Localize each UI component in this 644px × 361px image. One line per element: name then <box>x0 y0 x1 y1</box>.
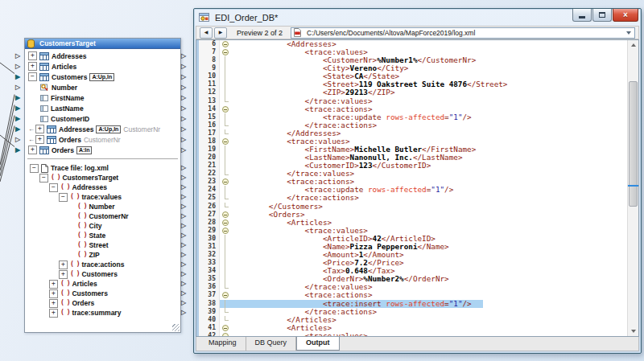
input-connector-icon[interactable]: ▷ <box>15 82 24 92</box>
tab-output[interactable]: Output <box>296 336 340 351</box>
tree-node[interactable]: ( )ZIP▷ <box>25 250 180 260</box>
input-connector-icon[interactable]: ▷ <box>15 61 24 72</box>
component-field-row[interactable]: ▶←+AddressesA:Up,InCustomerNr▷ <box>25 124 180 134</box>
tree-node[interactable]: ( )City▷ <box>25 221 180 231</box>
tree-node[interactable]: +( )Customers▷ <box>25 269 180 279</box>
output-connector-icon[interactable]: ▷ <box>181 104 189 113</box>
output-connector-icon[interactable]: ▷ <box>181 250 189 260</box>
fold-toggle[interactable] <box>220 178 233 186</box>
input-connector-filled-icon[interactable]: ▶ <box>15 92 24 103</box>
output-connector-icon[interactable]: ▷ <box>181 298 189 308</box>
input-connector-filled-icon[interactable]: ▶ <box>15 72 24 82</box>
expand-toggle[interactable]: + <box>49 289 58 298</box>
input-connector-filled-icon[interactable]: ▶ <box>15 103 24 113</box>
fold-toggle[interactable] <box>220 40 233 48</box>
expand-toggle[interactable]: + <box>28 51 37 60</box>
tree-node[interactable]: ( )Number▷ <box>25 202 180 211</box>
component-field-row[interactable]: ▶−CustomersA:Up,In▷ <box>25 72 180 82</box>
output-connector-icon[interactable]: ▷ <box>181 240 189 250</box>
expand-toggle[interactable]: + <box>28 62 37 71</box>
expand-toggle[interactable]: − <box>39 174 48 183</box>
output-connector-icon[interactable]: ▷ <box>181 146 189 155</box>
chevron-down-icon[interactable] <box>626 31 631 35</box>
input-connector-filled-icon[interactable]: ▶ <box>15 124 24 134</box>
tree-node[interactable]: +( )Customers▷ <box>25 289 180 298</box>
input-connector-filled-icon[interactable]: ▶ <box>15 145 24 155</box>
output-connector-icon[interactable]: ▷ <box>181 308 189 318</box>
resize-grip[interactable] <box>172 324 180 331</box>
expand-toggle[interactable]: + <box>49 309 58 318</box>
output-connector-icon[interactable]: ▷ <box>181 51 189 61</box>
mapping-component-customers-target[interactable]: CustomersTarget ▷+Addresses▷▷+Articles▷▶… <box>24 38 181 333</box>
component-field-row[interactable]: ▷Number▷ <box>25 82 180 92</box>
fold-toggle[interactable] <box>220 332 233 336</box>
output-connector-icon[interactable]: ▷ <box>181 192 189 202</box>
output-connector-icon[interactable]: ▷ <box>181 231 189 240</box>
input-connector-icon[interactable]: ▷ <box>15 51 24 61</box>
minimize-button[interactable] <box>572 9 592 22</box>
output-connector-icon[interactable]: ▷ <box>181 279 189 289</box>
expand-toggle[interactable]: − <box>59 193 68 202</box>
tree-node[interactable]: ( )CustomerNr▷ <box>25 211 180 221</box>
output-connector-icon[interactable]: ▷ <box>181 83 189 92</box>
expand-toggle[interactable]: + <box>49 280 58 289</box>
output-connector-icon[interactable]: ▷ <box>181 163 189 173</box>
output-connector-icon[interactable]: ▷ <box>181 289 189 298</box>
fold-toggle[interactable] <box>220 227 233 235</box>
output-connector-icon[interactable]: ▷ <box>181 135 189 145</box>
expand-toggle[interactable]: + <box>59 270 68 279</box>
next-preview-button[interactable]: ▶ <box>214 27 227 39</box>
component-field-row[interactable]: ▷←+OrdersCustomerNr▷ <box>25 134 180 145</box>
output-connector-icon[interactable]: ▷ <box>181 202 189 211</box>
input-connector-icon[interactable]: ▷ <box>15 134 24 145</box>
component-field-row[interactable]: ▷+Addresses▷ <box>25 51 180 61</box>
scroll-up-button[interactable] <box>628 40 638 50</box>
output-connector-icon[interactable]: ▷ <box>181 125 189 134</box>
component-field-row[interactable]: ▷+Articles▷ <box>25 61 180 72</box>
code-line[interactable]: 42 <trace:values> <box>199 332 627 336</box>
expand-toggle[interactable]: + <box>35 135 44 144</box>
tree-node[interactable]: +( )Orders▷ <box>25 298 180 308</box>
expand-toggle[interactable]: + <box>35 125 44 133</box>
input-connector-filled-icon[interactable]: ▶ <box>15 113 24 124</box>
tree-node[interactable]: −Trace file: log.xml▷ <box>25 163 180 173</box>
fold-toggle[interactable] <box>220 137 233 146</box>
tree-node[interactable]: +( )Articles▷ <box>25 279 180 289</box>
output-connector-icon[interactable]: ▷ <box>181 62 189 72</box>
component-header[interactable]: CustomersTarget <box>25 39 180 49</box>
tree-node[interactable]: +( )trace:actions▷ <box>25 260 180 269</box>
fold-toggle[interactable] <box>220 291 233 299</box>
fold-toggle[interactable] <box>220 324 233 332</box>
output-connector-icon[interactable]: ▷ <box>181 173 189 183</box>
tab-mapping[interactable]: Mapping <box>200 337 246 351</box>
expand-toggle[interactable]: + <box>28 146 37 154</box>
tree-node[interactable]: −( )trace:values▷ <box>25 192 180 202</box>
output-connector-icon[interactable]: ▷ <box>181 269 189 279</box>
tab-db-query[interactable]: DB Query <box>246 337 297 351</box>
tree-node[interactable]: −( )CustomersTarget▷ <box>25 173 180 183</box>
tree-node[interactable]: +( )trace:summary▷ <box>25 308 180 318</box>
tree-node[interactable]: ( )Street▷ <box>25 240 180 250</box>
expand-toggle[interactable]: − <box>30 164 39 173</box>
tree-node[interactable]: ( )State▷ <box>25 231 180 240</box>
close-button[interactable]: × <box>613 9 638 22</box>
component-field-row[interactable]: ▶CustomerID▷ <box>25 113 180 124</box>
expand-toggle[interactable]: + <box>59 260 68 269</box>
output-connector-icon[interactable]: ▷ <box>181 114 189 124</box>
output-connector-icon[interactable]: ▷ <box>181 93 189 103</box>
scrollbar-thumb[interactable] <box>629 81 638 207</box>
vertical-scrollbar[interactable] <box>627 40 638 336</box>
expand-toggle[interactable]: − <box>49 183 58 192</box>
output-connector-icon[interactable]: ▷ <box>181 183 189 192</box>
component-field-row[interactable]: ▶+OrdersA:In▷ <box>25 145 180 155</box>
fold-toggle[interactable] <box>220 48 233 56</box>
output-connector-icon[interactable]: ▷ <box>181 260 189 269</box>
output-connector-icon[interactable]: ▷ <box>181 211 189 221</box>
previous-preview-button[interactable]: ◀ <box>200 27 213 39</box>
output-connector-icon[interactable]: ▷ <box>181 72 189 82</box>
fold-toggle[interactable] <box>220 105 233 113</box>
component-field-row[interactable]: ▶FirstName▷ <box>25 92 180 103</box>
scroll-down-button[interactable] <box>628 326 638 336</box>
xml-output-editor[interactable]: 6 <Addresses>7 <trace:values>8 <Customer… <box>196 39 639 337</box>
fold-toggle[interactable] <box>220 211 233 219</box>
